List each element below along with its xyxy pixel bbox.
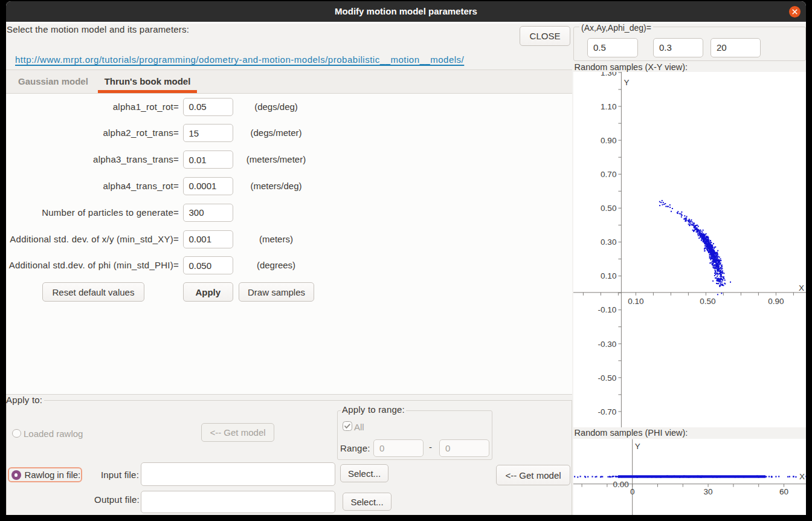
svg-text:-0.70: -0.70 <box>598 407 616 416</box>
svg-text:0.30: 0.30 <box>601 238 616 247</box>
svg-text:-0.10: -0.10 <box>598 305 616 314</box>
svg-text:0.50: 0.50 <box>700 297 715 306</box>
svg-text:0.50: 0.50 <box>601 204 616 213</box>
svg-text:0.90: 0.90 <box>601 135 616 144</box>
svg-text:-0.30: -0.30 <box>598 339 616 348</box>
svg-text:-0.50: -0.50 <box>598 373 616 382</box>
svg-text:60: 60 <box>779 487 788 496</box>
svg-text:X: X <box>799 283 804 292</box>
svg-text:X: X <box>799 472 805 481</box>
svg-text:0.70: 0.70 <box>601 170 616 179</box>
svg-text:Y: Y <box>624 78 629 87</box>
svg-text:1.10: 1.10 <box>601 102 616 111</box>
svg-text:0.90: 0.90 <box>768 297 784 306</box>
svg-text:Y: Y <box>634 441 640 450</box>
svg-text:0: 0 <box>630 487 635 496</box>
svg-text:1.30: 1.30 <box>601 72 616 77</box>
svg-text:0.00: 0.00 <box>613 480 628 489</box>
svg-text:0.10: 0.10 <box>601 271 616 280</box>
svg-text:30: 30 <box>703 487 712 496</box>
svg-text:0.10: 0.10 <box>628 297 643 306</box>
